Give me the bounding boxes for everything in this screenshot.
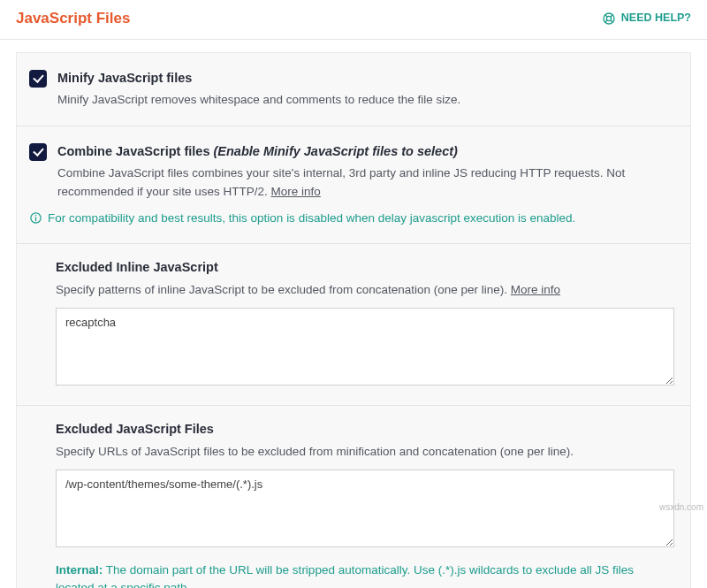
excluded-inline-textarea[interactable] <box>56 308 674 386</box>
excluded-files-desc: Specify URLs of JavaScript files to be e… <box>56 443 674 461</box>
svg-line-5 <box>611 20 613 23</box>
minify-js-checkbox[interactable] <box>29 70 47 88</box>
need-help-label: NEED HELP? <box>621 10 691 27</box>
excluded-inline-desc: Specify patterns of inline JavaScript to… <box>56 281 674 299</box>
svg-line-3 <box>611 14 613 17</box>
watermark: wsxdn.com <box>659 500 703 514</box>
combine-disabled-notice: For compatibility and best results, this… <box>29 210 676 227</box>
combine-js-title: Combine JavaScript files (Enable Minify … <box>57 142 676 162</box>
excluded-files-textarea[interactable] <box>56 470 674 547</box>
info-icon <box>29 211 42 225</box>
minify-js-title: Minify JavaScript files <box>57 69 676 88</box>
combine-more-info-link[interactable]: More info <box>271 185 321 198</box>
excluded-inline-title: Excluded Inline JavaScript <box>56 258 674 278</box>
page-title: JavaScript Files <box>16 7 130 30</box>
combine-js-checkbox[interactable] <box>29 143 47 161</box>
lifebuoy-icon <box>602 11 616 26</box>
svg-line-2 <box>604 14 607 17</box>
excluded-inline-more-info-link[interactable]: More info <box>511 283 560 296</box>
minify-js-desc: Minify JavaScript removes whitespace and… <box>57 91 676 109</box>
excluded-files-internal-note: Internal: The domain part of the URL wil… <box>56 561 674 588</box>
combine-js-desc: Combine JavaScript files combines your s… <box>57 164 676 201</box>
need-help-link[interactable]: NEED HELP? <box>602 10 691 27</box>
combine-js-hint: (Enable Minify JavaScript files to selec… <box>213 144 457 158</box>
svg-line-4 <box>604 20 607 23</box>
settings-panel: Minify JavaScript files Minify JavaScrip… <box>16 52 691 589</box>
excluded-files-title: Excluded JavaScript Files <box>56 420 674 439</box>
